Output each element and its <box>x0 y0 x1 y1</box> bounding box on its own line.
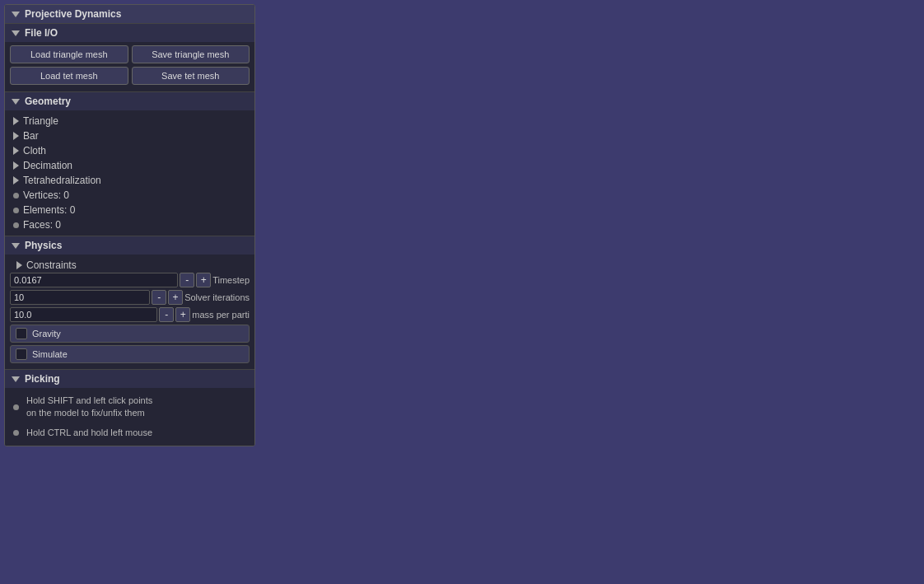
constraints-item[interactable]: Constraints <box>10 258 250 273</box>
simulate-checkbox <box>16 348 27 360</box>
picking-label: Picking <box>25 373 60 385</box>
physics-collapse-icon <box>12 243 20 249</box>
solver-iter-row: - + Solver iterations <box>10 290 250 305</box>
load-tet-button[interactable]: Load tet mesh <box>10 67 128 85</box>
picking-section: Picking Hold SHIFT and left click points… <box>5 369 254 446</box>
geometry-bar-item[interactable]: Bar <box>10 128 250 143</box>
geometry-content: Triangle Bar Cloth Decimation Tetrahedra… <box>5 110 254 236</box>
decimation-expand-icon <box>13 161 19 170</box>
geometry-cloth-label: Cloth <box>23 145 46 157</box>
physics-section: Physics Constraints - + Timestep - + Sol… <box>5 236 254 369</box>
geometry-tetra-label: Tetrahedralization <box>23 175 101 186</box>
solver-iter-label: Solver iterations <box>184 292 250 302</box>
timestep-input[interactable] <box>10 273 178 287</box>
gravity-checkbox <box>16 328 27 339</box>
vertices-stat: Vertices: 0 <box>10 188 250 203</box>
tetra-expand-icon <box>13 176 19 185</box>
picking-header[interactable]: Picking <box>5 370 254 388</box>
bar-expand-icon <box>13 132 19 140</box>
picking-content: Hold SHIFT and left click pointson the m… <box>5 388 254 446</box>
faces-bullet <box>13 222 19 228</box>
picking-collapse-icon <box>12 376 20 382</box>
picking-bullet-2 <box>13 430 19 436</box>
picking-instruction-2: Hold CTRL and hold left mouse <box>10 423 250 442</box>
file-io-content: Load triangle mesh Save triangle mesh Lo… <box>5 42 254 91</box>
physics-header[interactable]: Physics <box>5 236 254 255</box>
main-panel: Projective Dynamics File I/O Load triang… <box>4 4 255 446</box>
geometry-label: Geometry <box>25 96 71 107</box>
elements-label: Elements: 0 <box>23 204 75 216</box>
physics-content: Constraints - + Timestep - + Solver iter… <box>5 255 254 369</box>
constraints-expand-icon <box>16 261 22 269</box>
elements-bullet <box>13 208 19 213</box>
file-io-label: File I/O <box>25 27 58 39</box>
mass-row: - + mass per parti <box>10 307 250 322</box>
save-triangle-button[interactable]: Save triangle mesh <box>132 45 250 63</box>
picking-instruction-1: Hold SHIFT and left click pointson the m… <box>10 391 250 423</box>
timestep-label: Timestep <box>212 275 250 285</box>
file-io-row-2: Load tet mesh Save tet mesh <box>10 67 250 85</box>
mass-label: mass per parti <box>192 310 250 320</box>
panel-collapse-icon <box>12 12 20 17</box>
timestep-row: - + Timestep <box>10 273 250 287</box>
file-io-collapse-icon <box>12 30 20 36</box>
file-io-row-1: Load triangle mesh Save triangle mesh <box>10 45 250 63</box>
mass-minus-button[interactable]: - <box>159 307 174 322</box>
faces-stat: Faces: 0 <box>10 217 250 232</box>
simulate-label: Simulate <box>32 349 68 359</box>
gravity-toggle[interactable]: Gravity <box>10 325 250 343</box>
geometry-tetra-item[interactable]: Tetrahedralization <box>10 173 250 188</box>
physics-label: Physics <box>25 240 62 251</box>
gravity-label: Gravity <box>32 329 61 339</box>
solver-iter-plus-button[interactable]: + <box>168 290 183 305</box>
geometry-bar-label: Bar <box>23 130 39 142</box>
elements-stat: Elements: 0 <box>10 203 250 217</box>
file-io-section: File I/O Load triangle mesh Save triangl… <box>5 23 254 91</box>
geometry-decimation-item[interactable]: Decimation <box>10 158 250 173</box>
picking-text-1: Hold SHIFT and left click pointson the m… <box>23 393 156 422</box>
geometry-section: Geometry Triangle Bar Cloth Decimation T… <box>5 91 254 236</box>
triangle-expand-icon <box>13 117 19 125</box>
constraints-label: Constraints <box>26 259 77 271</box>
picking-bullet-1 <box>13 404 19 410</box>
panel-title: Projective Dynamics <box>25 8 121 20</box>
file-io-header[interactable]: File I/O <box>5 24 254 42</box>
timestep-plus-button[interactable]: + <box>196 273 211 287</box>
geometry-triangle-item[interactable]: Triangle <box>10 114 250 128</box>
simulate-toggle[interactable]: Simulate <box>10 345 250 363</box>
vertices-label: Vertices: 0 <box>23 189 69 201</box>
save-tet-button[interactable]: Save tet mesh <box>132 67 250 85</box>
vertices-bullet <box>13 193 19 199</box>
geometry-cloth-item[interactable]: Cloth <box>10 143 250 158</box>
faces-label: Faces: 0 <box>23 219 61 231</box>
load-triangle-button[interactable]: Load triangle mesh <box>10 45 128 63</box>
cloth-expand-icon <box>13 147 19 155</box>
panel-header[interactable]: Projective Dynamics <box>5 5 254 23</box>
timestep-minus-button[interactable]: - <box>180 273 194 287</box>
mass-input[interactable] <box>10 307 157 322</box>
picking-text-2: Hold CTRL and hold left mouse <box>23 425 156 441</box>
geometry-header[interactable]: Geometry <box>5 92 254 110</box>
solver-iter-minus-button[interactable]: - <box>152 290 166 305</box>
geometry-decimation-label: Decimation <box>23 160 72 171</box>
solver-iter-input[interactable] <box>10 290 150 305</box>
mass-plus-button[interactable]: + <box>175 307 190 322</box>
geometry-triangle-label: Triangle <box>23 115 58 127</box>
geometry-collapse-icon <box>12 99 20 105</box>
